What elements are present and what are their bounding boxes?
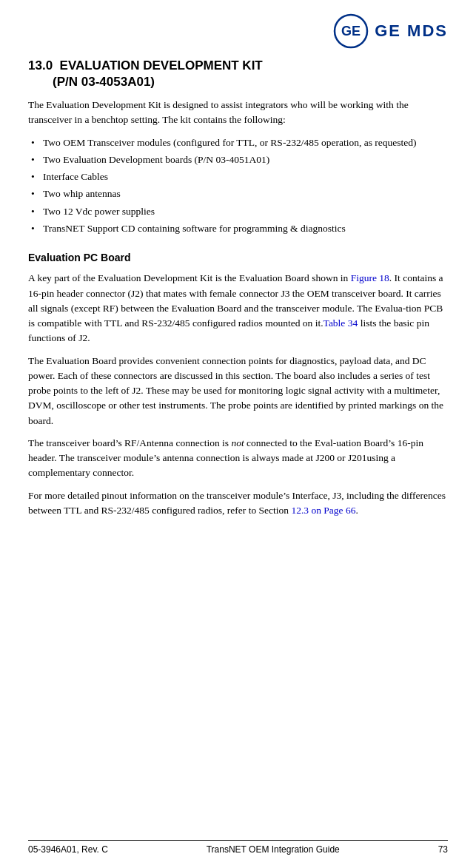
list-item: TransNET Support CD containing software … xyxy=(28,221,448,236)
section-title: EVALUATION DEVELOPMENT KIT xyxy=(60,58,263,73)
list-item: Two OEM Transceiver modules (configured … xyxy=(28,135,448,150)
body-paragraph-2: The Evaluation Board provides convenient… xyxy=(28,354,448,428)
section-heading: 13.0 EVALUATION DEVELOPMENT KIT (P/N 03-… xyxy=(28,58,448,90)
table34-link[interactable]: Table 34 xyxy=(324,317,358,329)
ge-logo-icon: GE xyxy=(333,13,369,49)
intro-paragraph: The Evaluation Development Kit is design… xyxy=(28,98,448,128)
figure18-link[interactable]: Figure 18 xyxy=(351,272,389,283)
subsection-heading: Evaluation PC Board xyxy=(28,250,448,265)
page-footer: 05-3946A01, Rev. C TransNET OEM Integrat… xyxy=(28,840,448,856)
section-subtitle: (P/N 03-4053A01) xyxy=(53,75,155,89)
bullet-list: Two OEM Transceiver modules (configured … xyxy=(28,135,448,239)
list-item: Two 12 Vdc power supplies xyxy=(28,204,448,219)
footer-left: 05-3946A01, Rev. C xyxy=(28,844,108,856)
section-number: 13.0 xyxy=(28,58,53,73)
logo-area: GE GE MDS xyxy=(28,13,448,49)
list-item: Interface Cables xyxy=(28,169,448,184)
not-italic: not xyxy=(231,437,244,448)
logo-container: GE GE MDS xyxy=(333,13,448,49)
footer-center: TransNET OEM Integration Guide xyxy=(207,844,340,856)
body-paragraph-4: For more detailed pinout information on … xyxy=(28,488,448,519)
list-item: Two Evaluation Development boards (P/N 0… xyxy=(28,152,448,167)
list-item: Two whip antennas xyxy=(28,186,448,201)
body-paragraph-3: The transceiver board’s RF/Antenna conne… xyxy=(28,436,448,481)
section-link[interactable]: 12.3 on Page 66 xyxy=(291,505,355,516)
brand-name: GE MDS xyxy=(375,19,448,43)
body-paragraph-1: A key part of the Evaluation Development… xyxy=(28,271,448,346)
footer-right: 73 xyxy=(438,844,448,856)
svg-text:GE: GE xyxy=(341,24,361,38)
